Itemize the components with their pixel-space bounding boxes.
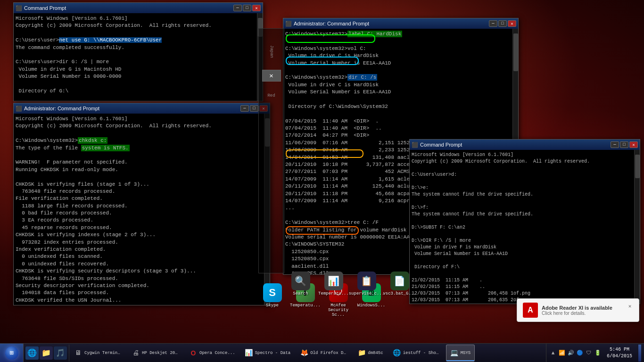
active-indicator xyxy=(446,360,475,361)
start-orb xyxy=(5,346,18,360)
titlebar-cmd3[interactable]: ⬛ Administrator: Command Prompt ─ □ ✕ xyxy=(283,18,518,29)
taskbar-items: 🌐 📁 🎵 🖥 Cygwin Terminal 🖨 HP Deskjet 205… xyxy=(24,344,546,362)
adobe-text: Adobe Reader XI is available Click here … xyxy=(542,305,623,316)
cmd2-content: Microsoft Windows [Version 6.1.7601] Cop… xyxy=(14,114,270,305)
start-button[interactable] xyxy=(0,344,24,362)
clock[interactable]: 5:46 PM 6/04/2015 xyxy=(603,346,636,360)
sidebar-red-label: Red xyxy=(267,93,275,98)
sidebar-label: Japan xyxy=(269,45,274,58)
window-cmd4: ⬛ Command Prompt ─ □ ✕ Microsoft Windows… xyxy=(409,139,640,304)
temp1-label: Temperatu... xyxy=(290,303,321,308)
skype-icon: S xyxy=(263,283,282,302)
supervise-icon: 📋 xyxy=(357,272,376,290)
mcafee-label: McAfee Security Sc... xyxy=(323,303,354,317)
taskbar-item-iestuff[interactable]: 🌐 iestuff - Shortcut xyxy=(388,345,445,362)
taskbar-folder-icon[interactable]: 📁 xyxy=(40,346,53,360)
vsc3-label: vsc3.bat_G... xyxy=(383,291,416,296)
taskbar-item-hp[interactable]: 🖨 HP Deskjet 2050 JS1... xyxy=(127,345,184,362)
cmd1-icon: ⬛ xyxy=(16,5,22,11)
tray-network[interactable]: 📶 xyxy=(558,349,566,357)
sidebar-panel: Japan ✕ Red xyxy=(258,28,284,273)
cmd4-controls: ─ □ ✕ xyxy=(611,141,638,148)
tray-battery[interactable]: 🔋 xyxy=(594,349,602,357)
clock-date: 6/04/2015 xyxy=(607,353,632,360)
cmd1-close[interactable]: ✕ xyxy=(252,5,261,11)
cmd4-icon: ⬛ xyxy=(412,141,418,148)
taskbar-item-firefox[interactable]: 🦊 Old Firefox Data xyxy=(296,345,352,362)
system-tray: ▲ 📶 🔊 🔵 🛡 🔋 5:46 PM 6/04/2015 xyxy=(546,344,644,362)
temp2-icon: 📊 xyxy=(324,272,343,290)
adobe-title: Adobe Reader XI is available xyxy=(542,305,623,311)
windows-label: WindowsS... xyxy=(357,303,385,308)
msys-taskbar-icon: 💻 xyxy=(450,349,459,357)
taskbar-ie-icon[interactable]: 🌐 xyxy=(25,346,39,360)
cmd4-minimize[interactable]: ─ xyxy=(611,141,619,148)
vsc3-icon: 📄 xyxy=(390,272,409,290)
taskbar-item-dm845c[interactable]: 📁 dm845c xyxy=(353,345,387,362)
search-label: Search xyxy=(293,291,308,296)
skype-label: Skype xyxy=(266,303,279,308)
cmd1-content: Microsoft Windows [Version 6.1.7601] Cop… xyxy=(14,13,263,101)
cygwin-taskbar-label: Cygwin Terminal xyxy=(84,351,122,355)
iestuff-taskbar-icon: 🌐 xyxy=(393,349,401,357)
opera-taskbar-label: Opera Conce... xyxy=(199,351,235,355)
cmd3-controls: ─ □ ✕ xyxy=(489,20,516,27)
adobe-subtitle: Click here for details. xyxy=(542,311,623,316)
cmd4-maximize[interactable]: □ xyxy=(620,141,628,148)
taskbar-item-cygwin[interactable]: 🖥 Cygwin Terminal xyxy=(70,345,126,362)
cmd3-icon: ⬛ xyxy=(285,20,292,27)
cmd3-close[interactable]: ✕ xyxy=(508,20,516,27)
msys-taskbar-label: MSYS xyxy=(461,351,471,355)
cmd2-minimize[interactable]: ─ xyxy=(240,105,249,112)
dm845c-taskbar-icon: 📁 xyxy=(357,349,366,357)
titlebar-cmd1[interactable]: ⬛ Command Prompt ─ □ ✕ xyxy=(14,3,263,13)
cmd1-controls: ─ □ ✕ xyxy=(233,5,261,11)
cmd3-maximize[interactable]: □ xyxy=(498,20,507,27)
tray-arrow[interactable]: ▲ xyxy=(549,349,557,357)
taskbar-desktop-icon-search[interactable]: 🔍 Search xyxy=(285,272,316,296)
taskbar-item-spectro[interactable]: 📊 Spectro - Data xyxy=(240,345,295,362)
taskbar-desktop-icon-temp2[interactable]: 📊 Temperatu... xyxy=(318,272,349,296)
window-cmd1: ⬛ Command Prompt ─ □ ✕ Microsoft Windows… xyxy=(13,2,263,101)
adobe-notification[interactable]: A Adobe Reader XI is available Click her… xyxy=(517,298,639,322)
dm845c-taskbar-label: dm845c xyxy=(368,351,383,355)
tray-volume[interactable]: 🔊 xyxy=(567,349,575,357)
adobe-close-button[interactable]: ✕ xyxy=(627,303,633,309)
search-icon: 🔍 xyxy=(291,272,310,290)
tray-security[interactable]: 🛡 xyxy=(585,349,593,357)
spectro-taskbar-label: Spectro - Data xyxy=(255,351,291,355)
cmd1-maximize[interactable]: □ xyxy=(243,5,251,11)
iestuff-taskbar-label: iestuff - Shortcut xyxy=(403,351,441,355)
show-desktop-button[interactable] xyxy=(638,345,641,362)
cmd3-minimize[interactable]: ─ xyxy=(489,20,497,27)
cmd2-title: Administrator: Command Prompt xyxy=(24,106,239,111)
cmd4-close[interactable]: ✕ xyxy=(629,141,638,148)
taskbar-pinned: 🌐 📁 🎵 xyxy=(24,345,69,362)
taskbar-item-opera[interactable]: O Opera Conce... xyxy=(185,345,239,362)
taskbar-desktop-icon-supervise[interactable]: 📋 supervise_c... xyxy=(351,272,382,296)
taskbar-desktop-icon-vsc3[interactable]: 📄 vsc3.bat_G... xyxy=(384,272,415,296)
clock-time: 5:46 PM xyxy=(610,346,629,353)
cmd4-title: Command Prompt xyxy=(420,142,609,148)
hp-taskbar-label: HP Deskjet 2050 JS1... xyxy=(142,351,180,355)
window-cmd2: ⬛ Administrator: Command Prompt ─ □ ✕ Mi… xyxy=(13,103,270,305)
desktop: ⬛ Command Prompt ─ □ ✕ Microsoft Windows… xyxy=(0,0,644,343)
adobe-icon: A xyxy=(523,303,538,318)
titlebar-cmd4[interactable]: ⬛ Command Prompt ─ □ ✕ xyxy=(410,140,640,150)
taskbar-media-icon[interactable]: 🎵 xyxy=(54,346,67,360)
cmd3-title: Administrator: Command Prompt xyxy=(294,21,487,26)
cmd2-icon: ⬛ xyxy=(16,105,22,112)
close-icon: ✕ xyxy=(269,72,273,80)
opera-taskbar-icon: O xyxy=(189,349,198,357)
tray-bluetooth[interactable]: 🔵 xyxy=(576,349,584,357)
cmd1-title: Command Prompt xyxy=(24,5,231,11)
cmd1-minimize[interactable]: ─ xyxy=(233,5,242,11)
firefox-taskbar-icon: 🦊 xyxy=(300,349,308,357)
firefox-taskbar-label: Old Firefox Data xyxy=(310,351,348,355)
taskbar-item-msys[interactable]: 💻 MSYS xyxy=(446,345,475,362)
titlebar-cmd2[interactable]: ⬛ Administrator: Command Prompt ─ □ ✕ xyxy=(14,103,270,114)
cmd2-maximize[interactable]: □ xyxy=(250,105,258,112)
sidebar-close[interactable]: ✕ xyxy=(262,70,281,82)
taskbar: 🌐 📁 🎵 🖥 Cygwin Terminal 🖨 HP Deskjet 205… xyxy=(0,343,644,362)
temp2-label: Temperatu... xyxy=(318,291,349,296)
